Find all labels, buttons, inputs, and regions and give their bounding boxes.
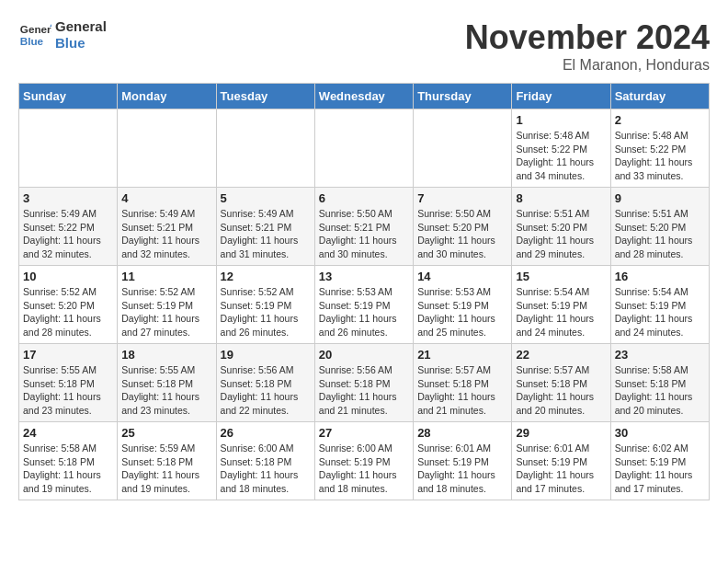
day-info: Sunrise: 5:55 AMSunset: 5:18 PMDaylight:…	[121, 363, 211, 418]
day-number: 28	[417, 426, 507, 440]
day-number: 2	[615, 113, 705, 127]
day-number: 4	[121, 191, 211, 205]
calendar-week-row: 10Sunrise: 5:52 AMSunset: 5:20 PMDayligh…	[19, 266, 710, 344]
day-number: 1	[516, 113, 606, 127]
day-number: 7	[417, 191, 507, 205]
day-info: Sunrise: 5:52 AMSunset: 5:19 PMDaylight:…	[121, 285, 211, 339]
calendar-cell: 29Sunrise: 6:01 AMSunset: 5:19 PMDayligh…	[512, 422, 610, 500]
calendar-cell: 21Sunrise: 5:57 AMSunset: 5:18 PMDayligh…	[414, 344, 512, 422]
calendar-week-row: 1Sunrise: 5:48 AMSunset: 5:22 PMDaylight…	[19, 109, 710, 188]
calendar-cell: 8Sunrise: 5:51 AMSunset: 5:20 PMDaylight…	[512, 188, 610, 266]
day-info: Sunrise: 5:49 AMSunset: 5:22 PMDaylight:…	[23, 207, 113, 261]
day-number: 10	[23, 270, 113, 283]
weekday-header-row: SundayMondayTuesdayWednesdayThursdayFrid…	[19, 84, 710, 109]
day-info: Sunrise: 5:52 AMSunset: 5:19 PMDaylight:…	[221, 285, 311, 339]
calendar-cell: 15Sunrise: 5:54 AMSunset: 5:19 PMDayligh…	[512, 266, 610, 344]
calendar-cell	[216, 109, 314, 188]
day-info: Sunrise: 5:58 AMSunset: 5:18 PMDaylight:…	[615, 363, 705, 418]
weekday-header: Friday	[512, 84, 610, 109]
day-info: Sunrise: 5:58 AMSunset: 5:18 PMDaylight:…	[23, 442, 113, 496]
day-info: Sunrise: 5:53 AMSunset: 5:19 PMDaylight:…	[319, 285, 409, 339]
location: El Maranon, Honduras	[465, 57, 710, 74]
day-number: 13	[319, 270, 409, 283]
day-info: Sunrise: 5:49 AMSunset: 5:21 PMDaylight:…	[121, 207, 211, 261]
calendar-cell: 6Sunrise: 5:50 AMSunset: 5:21 PMDaylight…	[314, 188, 413, 266]
day-info: Sunrise: 5:51 AMSunset: 5:20 PMDaylight:…	[615, 207, 705, 261]
day-number: 22	[516, 348, 606, 362]
calendar-table: SundayMondayTuesdayWednesdayThursdayFrid…	[18, 83, 710, 500]
calendar-cell: 1Sunrise: 5:48 AMSunset: 5:22 PMDaylight…	[512, 109, 610, 188]
day-info: Sunrise: 5:57 AMSunset: 5:18 PMDaylight:…	[417, 363, 507, 418]
calendar-cell: 16Sunrise: 5:54 AMSunset: 5:19 PMDayligh…	[610, 266, 709, 344]
weekday-header: Monday	[118, 84, 216, 109]
calendar-cell: 13Sunrise: 5:53 AMSunset: 5:19 PMDayligh…	[314, 266, 413, 344]
calendar-cell	[314, 109, 413, 188]
day-info: Sunrise: 6:01 AMSunset: 5:19 PMDaylight:…	[516, 442, 606, 496]
day-info: Sunrise: 5:56 AMSunset: 5:18 PMDaylight:…	[319, 363, 409, 418]
logo-blue: Blue	[55, 35, 107, 52]
day-info: Sunrise: 5:55 AMSunset: 5:18 PMDaylight:…	[23, 363, 113, 418]
day-number: 26	[221, 426, 311, 440]
calendar-cell: 9Sunrise: 5:51 AMSunset: 5:20 PMDaylight…	[610, 188, 709, 266]
day-number: 9	[615, 191, 705, 205]
day-info: Sunrise: 5:54 AMSunset: 5:19 PMDaylight:…	[516, 285, 606, 339]
day-number: 14	[417, 270, 507, 283]
day-info: Sunrise: 6:02 AMSunset: 5:19 PMDaylight:…	[615, 442, 705, 496]
day-number: 3	[23, 191, 113, 205]
logo: General Blue General Blue	[18, 18, 107, 52]
calendar-cell: 4Sunrise: 5:49 AMSunset: 5:21 PMDaylight…	[118, 188, 216, 266]
calendar-cell: 5Sunrise: 5:49 AMSunset: 5:21 PMDaylight…	[216, 188, 314, 266]
day-info: Sunrise: 5:53 AMSunset: 5:19 PMDaylight:…	[417, 285, 507, 339]
calendar-cell: 26Sunrise: 6:00 AMSunset: 5:18 PMDayligh…	[216, 422, 314, 500]
day-number: 11	[121, 270, 211, 283]
day-number: 6	[319, 191, 409, 205]
calendar-cell: 25Sunrise: 5:59 AMSunset: 5:18 PMDayligh…	[118, 422, 216, 500]
calendar-cell	[414, 109, 512, 188]
day-info: Sunrise: 5:52 AMSunset: 5:20 PMDaylight:…	[23, 285, 113, 339]
day-number: 8	[516, 191, 606, 205]
calendar-cell: 30Sunrise: 6:02 AMSunset: 5:19 PMDayligh…	[610, 422, 709, 500]
day-info: Sunrise: 5:50 AMSunset: 5:20 PMDaylight:…	[417, 207, 507, 261]
day-info: Sunrise: 5:59 AMSunset: 5:18 PMDaylight:…	[121, 442, 211, 496]
day-number: 17	[23, 348, 113, 362]
calendar-cell: 19Sunrise: 5:56 AMSunset: 5:18 PMDayligh…	[216, 344, 314, 422]
day-info: Sunrise: 6:01 AMSunset: 5:19 PMDaylight:…	[417, 442, 507, 496]
day-number: 16	[615, 270, 705, 283]
calendar-cell: 20Sunrise: 5:56 AMSunset: 5:18 PMDayligh…	[314, 344, 413, 422]
title-block: November 2024 El Maranon, Honduras	[465, 18, 710, 74]
day-info: Sunrise: 5:48 AMSunset: 5:22 PMDaylight:…	[516, 129, 606, 183]
calendar-cell: 12Sunrise: 5:52 AMSunset: 5:19 PMDayligh…	[216, 266, 314, 344]
calendar-week-row: 3Sunrise: 5:49 AMSunset: 5:22 PMDaylight…	[19, 188, 710, 266]
day-info: Sunrise: 5:56 AMSunset: 5:18 PMDaylight:…	[221, 363, 311, 418]
day-number: 19	[221, 348, 311, 362]
day-info: Sunrise: 5:57 AMSunset: 5:18 PMDaylight:…	[516, 363, 606, 418]
day-number: 15	[516, 270, 606, 283]
day-number: 23	[615, 348, 705, 362]
calendar-cell: 24Sunrise: 5:58 AMSunset: 5:18 PMDayligh…	[19, 422, 118, 500]
day-info: Sunrise: 5:50 AMSunset: 5:21 PMDaylight:…	[319, 207, 409, 261]
calendar-cell: 28Sunrise: 6:01 AMSunset: 5:19 PMDayligh…	[414, 422, 512, 500]
svg-text:General: General	[20, 23, 51, 35]
weekday-header: Tuesday	[216, 84, 314, 109]
day-info: Sunrise: 6:00 AMSunset: 5:18 PMDaylight:…	[221, 442, 311, 496]
weekday-header: Saturday	[610, 84, 709, 109]
day-info: Sunrise: 5:48 AMSunset: 5:22 PMDaylight:…	[615, 129, 705, 183]
month-title: November 2024	[465, 18, 710, 57]
calendar-cell: 7Sunrise: 5:50 AMSunset: 5:20 PMDaylight…	[414, 188, 512, 266]
day-number: 21	[417, 348, 507, 362]
day-number: 30	[615, 426, 705, 440]
logo-general: General	[55, 18, 107, 35]
logo-icon: General Blue	[18, 18, 51, 52]
day-number: 5	[221, 191, 311, 205]
svg-text:Blue: Blue	[20, 35, 44, 47]
day-number: 20	[319, 348, 409, 362]
day-number: 27	[319, 426, 409, 440]
calendar-week-row: 24Sunrise: 5:58 AMSunset: 5:18 PMDayligh…	[19, 422, 710, 500]
day-number: 12	[221, 270, 311, 283]
weekday-header: Sunday	[19, 84, 118, 109]
calendar-cell	[118, 109, 216, 188]
calendar-cell: 2Sunrise: 5:48 AMSunset: 5:22 PMDaylight…	[610, 109, 709, 188]
calendar-cell: 27Sunrise: 6:00 AMSunset: 5:19 PMDayligh…	[314, 422, 413, 500]
calendar-week-row: 17Sunrise: 5:55 AMSunset: 5:18 PMDayligh…	[19, 344, 710, 422]
calendar-cell: 23Sunrise: 5:58 AMSunset: 5:18 PMDayligh…	[610, 344, 709, 422]
